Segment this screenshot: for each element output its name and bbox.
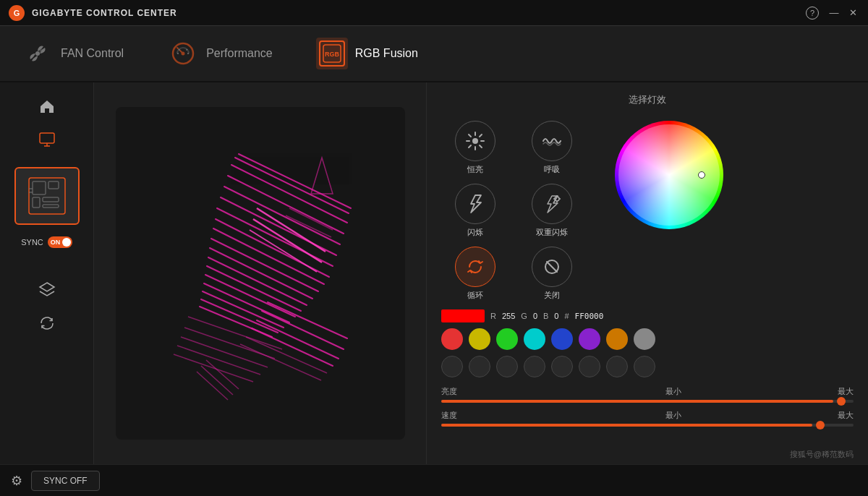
swatch-row1-7[interactable] xyxy=(634,328,655,350)
svg-line-64 xyxy=(469,134,471,137)
svg-line-28 xyxy=(211,239,318,291)
effect-flash-btn[interactable] xyxy=(455,184,495,224)
r-value[interactable]: 255 xyxy=(502,312,515,320)
effect-cycle-btn[interactable] xyxy=(455,247,495,287)
svg-line-65 xyxy=(480,145,482,147)
svg-marker-55 xyxy=(311,158,333,194)
speed-slider-track[interactable] xyxy=(441,424,854,427)
svg-line-43 xyxy=(262,311,344,349)
fan-icon xyxy=(25,40,51,67)
swatch-row1-2[interactable] xyxy=(496,328,518,350)
slider-section: 亮度 最小 最大 速度 最小 xyxy=(441,386,854,427)
swatch-row1-0[interactable] xyxy=(441,328,463,350)
brightness-slider-track[interactable] xyxy=(441,400,854,403)
svg-line-54 xyxy=(250,230,317,272)
refresh-icon[interactable] xyxy=(34,310,60,336)
swatch-row2-7[interactable] xyxy=(634,356,655,377)
brightness-labels: 最小 最大 xyxy=(665,386,854,397)
nav-rgb-fusion[interactable]: RGB RGB Fusion xyxy=(316,38,418,69)
svg-line-67 xyxy=(469,145,471,147)
color-wheel-cursor xyxy=(698,171,705,179)
swatch-row2-3[interactable] xyxy=(524,356,545,377)
toggle-on-indicator[interactable]: ON xyxy=(48,236,72,248)
sidebar: SYNC ON xyxy=(0,82,94,464)
color-wheel-container xyxy=(615,121,723,229)
effect-flash-label: 闪烁 xyxy=(467,227,483,238)
effect-double-flash-btn[interactable] xyxy=(532,184,572,224)
rocket-preview: .line { stroke: #e020a0; stroke-width: 2… xyxy=(145,136,376,411)
swatch-row2-1[interactable] xyxy=(469,356,490,377)
speed-slider-thumb[interactable] xyxy=(816,421,825,429)
svg-point-0 xyxy=(35,51,40,56)
effect-breathing-label: 呼吸 xyxy=(544,164,560,175)
svg-line-29 xyxy=(210,248,312,299)
swatch-row2-4[interactable] xyxy=(551,356,573,377)
svg-line-45 xyxy=(252,328,333,366)
minimize-button[interactable]: — xyxy=(827,7,841,20)
nav-performance[interactable]: Performance xyxy=(167,38,273,69)
g-value[interactable]: 0 xyxy=(533,312,537,320)
effect-double-flash[interactable]: 双重闪烁 xyxy=(518,184,586,238)
preview-canvas: .line { stroke: #e020a0; stroke-width: 2… xyxy=(116,107,405,440)
swatches-row-2 xyxy=(441,356,854,377)
svg-line-22 xyxy=(228,176,344,234)
effect-steady[interactable]: 恒亮 xyxy=(441,121,509,175)
brightness-label: 亮度 xyxy=(441,386,457,397)
svg-line-4 xyxy=(187,49,188,51)
swatch-row2-0[interactable] xyxy=(441,356,463,377)
swatch-row1-5[interactable] xyxy=(579,328,600,350)
swatch-row2-2[interactable] xyxy=(496,356,518,377)
swatch-row1-4[interactable] xyxy=(551,328,573,350)
brightness-slider-fill xyxy=(441,400,833,403)
sync-toggle[interactable]: ON xyxy=(48,236,72,248)
effect-breathing[interactable]: 呼吸 xyxy=(518,121,586,175)
svg-rect-15 xyxy=(33,197,40,208)
svg-line-32 xyxy=(205,275,295,317)
effect-off[interactable]: 关闭 xyxy=(518,247,586,301)
brightness-slider-thumb[interactable] xyxy=(837,397,846,406)
effect-flash[interactable]: 闪烁 xyxy=(441,184,509,238)
device-thumbnail[interactable] xyxy=(14,167,80,225)
color-values: R 255 G 0 B 0 # FF0000 xyxy=(490,312,603,321)
svg-line-27 xyxy=(213,228,324,284)
svg-text:RGB: RGB xyxy=(325,51,340,58)
svg-line-31 xyxy=(207,266,301,311)
performance-label: Performance xyxy=(206,47,273,60)
color-section: R 255 G 0 B 0 # FF0000 xyxy=(441,309,854,377)
layers-icon[interactable] xyxy=(34,277,60,303)
effect-steady-label: 恒亮 xyxy=(467,164,483,175)
color-bar-row: R 255 G 0 B 0 # FF0000 xyxy=(441,309,854,322)
swatch-row2-5[interactable] xyxy=(579,356,600,377)
sync-off-button[interactable]: SYNC OFF xyxy=(31,471,100,491)
hex-value[interactable]: FF0000 xyxy=(575,312,604,321)
svg-rect-14 xyxy=(48,181,59,189)
swatch-row2-6[interactable] xyxy=(606,356,628,377)
speed-min-label: 最小 xyxy=(665,410,681,421)
swatch-row1-3[interactable] xyxy=(524,328,545,350)
swatch-row1-6[interactable] xyxy=(606,328,628,350)
nav-fan-control[interactable]: FAN Control xyxy=(22,38,124,69)
speed-labels: 最小 最大 xyxy=(665,410,854,421)
top-row: 恒亮 呼吸 xyxy=(441,121,854,301)
color-preview-bar xyxy=(441,309,485,322)
rgb-icon: RGB xyxy=(319,40,345,67)
double-flash-icon xyxy=(542,194,562,214)
right-panel: 选择灯效 xyxy=(427,82,868,464)
effects-grid: 恒亮 呼吸 xyxy=(441,121,586,301)
effect-breathing-btn[interactable] xyxy=(532,121,572,161)
swatch-row1-1[interactable] xyxy=(469,328,490,350)
effect-cycle[interactable]: 循环 xyxy=(441,247,509,301)
b-value[interactable]: 0 xyxy=(554,312,558,320)
color-wheel[interactable] xyxy=(615,121,723,229)
monitor-icon[interactable] xyxy=(34,127,60,153)
rgb-fusion-label: RGB Fusion xyxy=(355,47,418,60)
close-button[interactable]: ✕ xyxy=(846,7,859,20)
home-icon[interactable] xyxy=(34,93,60,119)
steady-icon xyxy=(465,131,485,151)
rgb-fusion-icon: RGB xyxy=(322,43,342,64)
effect-off-btn[interactable] xyxy=(532,247,572,287)
svg-rect-12 xyxy=(29,178,65,214)
settings-icon[interactable]: ⚙ xyxy=(11,473,22,489)
help-button[interactable]: ? xyxy=(806,7,819,20)
effect-steady-btn[interactable] xyxy=(455,121,495,161)
